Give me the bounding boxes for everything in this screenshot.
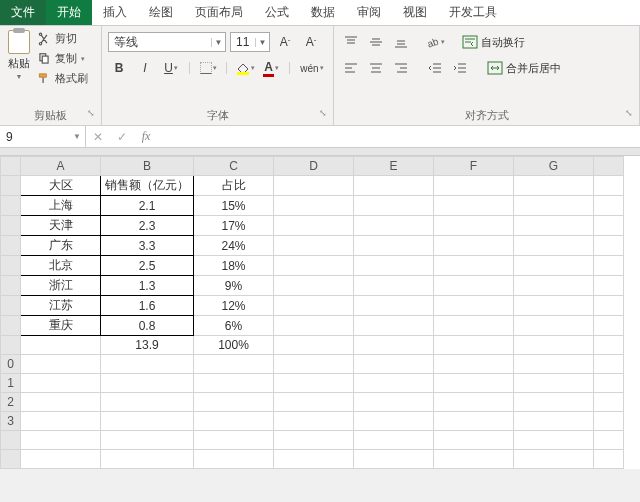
col-header[interactable]: A — [21, 157, 101, 176]
italic-button[interactable]: I — [134, 58, 156, 78]
col-header[interactable]: C — [194, 157, 274, 176]
fx-button[interactable]: fx — [134, 129, 158, 144]
cut-button[interactable]: 剪切 — [37, 31, 88, 46]
tab-formulas[interactable]: 公式 — [254, 0, 300, 25]
name-box[interactable]: 9▼ — [0, 126, 86, 147]
decrease-font-button[interactable]: Aˇ — [300, 32, 322, 52]
formula-input[interactable] — [158, 126, 640, 147]
font-name-combo[interactable]: 等线 ▼ — [108, 32, 226, 52]
col-header[interactable]: F — [434, 157, 514, 176]
cell[interactable]: 重庆 — [21, 316, 101, 336]
copy-button[interactable]: 复制 ▾ — [37, 51, 88, 66]
font-launcher[interactable]: ⤡ — [319, 108, 327, 118]
cell[interactable]: 13.9 — [101, 336, 194, 355]
row-header[interactable]: 0 — [1, 355, 21, 374]
cell[interactable]: 12% — [194, 296, 274, 316]
fill-color-button[interactable]: ▾ — [234, 58, 256, 78]
tab-view[interactable]: 视图 — [392, 0, 438, 25]
cell[interactable]: 24% — [194, 236, 274, 256]
align-right-button[interactable] — [390, 58, 412, 78]
underline-button[interactable]: U▾ — [160, 58, 182, 78]
chevron-down-icon[interactable]: ▼ — [211, 38, 225, 47]
row-header[interactable]: 2 — [1, 393, 21, 412]
cell[interactable]: 6% — [194, 316, 274, 336]
wrap-text-button[interactable]: 自动换行 — [462, 35, 525, 50]
cell[interactable]: 大区 — [21, 176, 101, 196]
row-header[interactable] — [1, 236, 21, 256]
cell[interactable]: 广东 — [21, 236, 101, 256]
row-header[interactable] — [1, 196, 21, 216]
phonetic-button[interactable]: wén▾ — [297, 58, 327, 78]
cell[interactable]: 15% — [194, 196, 274, 216]
cell[interactable]: 天津 — [21, 216, 101, 236]
cell[interactable]: 3.3 — [101, 236, 194, 256]
chevron-down-icon[interactable]: ▼ — [255, 38, 269, 47]
tab-developer[interactable]: 开发工具 — [438, 0, 508, 25]
col-header[interactable]: G — [514, 157, 594, 176]
increase-indent-button[interactable] — [449, 58, 471, 78]
cancel-formula-button[interactable]: ✕ — [86, 130, 110, 144]
cell[interactable] — [21, 336, 101, 355]
cell[interactable]: 1.6 — [101, 296, 194, 316]
decrease-indent-button[interactable] — [424, 58, 446, 78]
row-header[interactable] — [1, 450, 21, 469]
row-header[interactable] — [1, 216, 21, 236]
font-size-combo[interactable]: 11 ▼ — [230, 32, 270, 52]
cell[interactable] — [274, 176, 354, 196]
col-header[interactable] — [594, 157, 624, 176]
cell[interactable]: 18% — [194, 256, 274, 276]
col-header[interactable]: B — [101, 157, 194, 176]
align-left-button[interactable] — [340, 58, 362, 78]
tab-home[interactable]: 开始 — [46, 0, 92, 25]
align-top-button[interactable] — [340, 32, 362, 52]
border-button[interactable]: ▾ — [197, 58, 219, 78]
cell[interactable]: 100% — [194, 336, 274, 355]
align-middle-button[interactable] — [365, 32, 387, 52]
align-center-button[interactable] — [365, 58, 387, 78]
clipboard-launcher[interactable]: ⤡ — [87, 108, 95, 118]
merge-center-button[interactable]: 合并后居中 — [487, 61, 561, 76]
cell[interactable]: 占比 — [194, 176, 274, 196]
tab-file[interactable]: 文件 — [0, 0, 46, 25]
orientation-button[interactable]: ab▾ — [424, 32, 446, 52]
cell[interactable]: 浙江 — [21, 276, 101, 296]
tab-page-layout[interactable]: 页面布局 — [184, 0, 254, 25]
select-all-corner[interactable] — [1, 157, 21, 176]
tab-draw[interactable]: 绘图 — [138, 0, 184, 25]
tab-insert[interactable]: 插入 — [92, 0, 138, 25]
font-color-button[interactable]: A▾ — [260, 58, 282, 78]
enter-formula-button[interactable]: ✓ — [110, 130, 134, 144]
cell[interactable]: 江苏 — [21, 296, 101, 316]
cell[interactable]: 2.5 — [101, 256, 194, 276]
paste-button[interactable]: 粘贴 ▼ — [4, 28, 34, 82]
row-header[interactable] — [1, 256, 21, 276]
row-header[interactable]: 1 — [1, 374, 21, 393]
tab-review[interactable]: 审阅 — [346, 0, 392, 25]
cell[interactable]: 上海 — [21, 196, 101, 216]
cell[interactable]: 2.3 — [101, 216, 194, 236]
increase-font-button[interactable]: Aˆ — [274, 32, 296, 52]
bold-button[interactable]: B — [108, 58, 130, 78]
row-header[interactable] — [1, 296, 21, 316]
group-font-label: 字体 ⤡ — [106, 106, 329, 125]
format-painter-button[interactable]: 格式刷 — [37, 71, 88, 86]
align-bottom-button[interactable] — [390, 32, 412, 52]
worksheet-grid[interactable]: A B C D E F G 大区 销售额（亿元） 占比 上海 2.1 15% 天… — [0, 156, 640, 469]
cell[interactable]: 北京 — [21, 256, 101, 276]
row-header[interactable] — [1, 336, 21, 355]
row-header[interactable] — [1, 176, 21, 196]
col-header[interactable]: D — [274, 157, 354, 176]
cell[interactable]: 1.3 — [101, 276, 194, 296]
alignment-launcher[interactable]: ⤡ — [625, 108, 633, 118]
row-header[interactable] — [1, 276, 21, 296]
cell[interactable]: 2.1 — [101, 196, 194, 216]
tab-data[interactable]: 数据 — [300, 0, 346, 25]
cell[interactable]: 销售额（亿元） — [101, 176, 194, 196]
col-header[interactable]: E — [354, 157, 434, 176]
row-header[interactable] — [1, 431, 21, 450]
cell[interactable]: 9% — [194, 276, 274, 296]
row-header[interactable] — [1, 316, 21, 336]
cell[interactable]: 0.8 — [101, 316, 194, 336]
row-header[interactable]: 3 — [1, 412, 21, 431]
cell[interactable]: 17% — [194, 216, 274, 236]
